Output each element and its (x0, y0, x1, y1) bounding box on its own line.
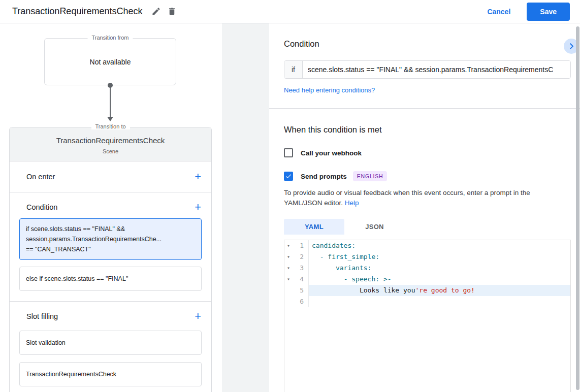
condition-card-line: == "CAN_TRANSACT" (26, 244, 195, 254)
scene-name: TransactionRequirementsCheck (16, 136, 205, 145)
prompt-description: To provide audio or visual feedback when… (284, 188, 569, 209)
condition-card-line: if scene.slots.status == "FINAL" && (26, 224, 195, 234)
condition-expression-field: if (284, 60, 571, 79)
transition-from-value: Not available (90, 58, 131, 66)
fold-arrow-icon[interactable]: ▾ (284, 240, 293, 251)
tab-json[interactable]: JSON (344, 219, 405, 235)
transition-from-box[interactable]: Transition from Not available (44, 38, 176, 85)
editor-line[interactable]: 6 (284, 296, 570, 307)
editor-line[interactable]: ▾1candidates: (284, 240, 570, 251)
line-number: 4 (293, 274, 309, 285)
add-icon[interactable]: + (195, 312, 201, 321)
code-token (312, 253, 320, 260)
fold-spacer (284, 285, 293, 296)
code-token (379, 275, 383, 283)
connector-line (110, 87, 111, 117)
add-icon[interactable]: + (195, 203, 201, 212)
editor-line[interactable]: ▾3 variants: (284, 263, 570, 274)
code-token: - first_simple: (320, 253, 379, 260)
send-prompts-row: Send prompts ENGLISH (284, 171, 571, 181)
condition-card-line: session.params.TransactionRequirementsCh… (26, 234, 195, 244)
send-prompts-label: Send prompts (301, 173, 347, 180)
pencil-icon (151, 7, 161, 16)
section-on-enter[interactable]: On enter + (10, 161, 211, 192)
yaml-code-editor[interactable]: ▾1candidates:▾2 - first_simple:▾3 varian… (284, 240, 571, 392)
transition-to-label: Transition to (91, 123, 130, 129)
transition-to-card: Transition to TransactionRequirementsChe… (9, 127, 212, 392)
help-link[interactable]: Help (345, 199, 359, 207)
on-enter-title: On enter (26, 173, 55, 181)
line-number: 1 (293, 240, 309, 251)
transition-from-label: Transition from (88, 35, 133, 41)
editor-format-tabs: YAMLJSON (284, 219, 571, 235)
slot-filling-section-title: Slot filling (26, 312, 58, 320)
fold-spacer (284, 296, 293, 307)
code-token: 're good to go! (415, 286, 475, 294)
prompt-description-text: To provide audio or visual feedback when… (284, 189, 530, 207)
scrollbar-thumb[interactable] (576, 26, 579, 390)
code-token: - speech: (344, 275, 379, 283)
code-line: variants: (309, 263, 570, 274)
trash-icon (167, 7, 177, 16)
fold-arrow-icon[interactable]: ▾ (284, 251, 293, 263)
edit-title-button[interactable] (148, 4, 164, 19)
code-line: - first_simple: (309, 251, 570, 263)
panel-gutter (222, 23, 269, 392)
condition-card-list: if scene.slots.status == "FINAL" &&sessi… (10, 218, 211, 302)
main-content: Transition from Not available Transition… (0, 23, 580, 392)
code-line: Looks like you're good to go! (309, 285, 570, 296)
section-slot-filling-header[interactable]: Slot filling + (10, 302, 211, 328)
send-prompts-checkbox[interactable] (284, 172, 293, 181)
connector-arrowhead-icon (107, 117, 113, 121)
code-token: >- (383, 275, 392, 283)
language-badge: ENGLISH (353, 171, 388, 181)
code-token (312, 275, 344, 283)
slot-card[interactable]: TransactionRequirementsCheck (19, 362, 202, 386)
editor-line[interactable]: 5 Looks like you're good to go! (284, 285, 570, 296)
condition-card-line: else if scene.slots.status == "FINAL" (26, 274, 195, 284)
line-number: 5 (293, 285, 309, 296)
code-line: - speech: >- (309, 274, 570, 285)
if-prefix-label: if (284, 61, 303, 78)
scene-header: TransactionRequirementsCheck Scene (10, 127, 211, 161)
panel-divider (269, 108, 580, 109)
chevron-right-icon (567, 42, 576, 51)
section-condition-header[interactable]: Condition + (10, 192, 211, 218)
call-webhook-label: Call your webhook (301, 149, 362, 157)
editor-line[interactable]: ▾4 - speech: >- (284, 274, 570, 285)
fold-arrow-icon[interactable]: ▾ (284, 263, 293, 274)
slot-card[interactable]: Slot validation (19, 331, 202, 355)
top-bar: TransactionRequirementsCheck Cancel Save (0, 0, 580, 23)
delete-scene-button[interactable] (164, 4, 180, 19)
code-line (309, 296, 570, 307)
checkmark-icon (285, 173, 292, 180)
page-title: TransactionRequirementsCheck (12, 6, 142, 17)
editor-line[interactable]: ▾2 - first_simple: (284, 251, 570, 263)
condition-expression-input[interactable] (303, 61, 570, 78)
condition-section-title: Condition (26, 203, 57, 211)
call-webhook-checkbox[interactable] (284, 148, 293, 157)
cancel-button[interactable]: Cancel (487, 8, 510, 16)
scene-diagram: Transition from Not available Transition… (0, 23, 222, 392)
code-line: candidates: (309, 240, 570, 251)
tab-yaml[interactable]: YAML (284, 219, 344, 235)
condition-card[interactable]: else if scene.slots.status == "FINAL" (19, 267, 202, 291)
scene-type: Scene (16, 148, 205, 154)
code-token: Looks like you (312, 286, 415, 294)
save-button[interactable]: Save (527, 3, 570, 21)
add-icon[interactable]: + (195, 172, 201, 181)
line-number: 2 (293, 251, 309, 263)
code-token: candidates: (312, 242, 356, 249)
line-number: 6 (293, 296, 309, 307)
condition-help-link[interactable]: Need help entering conditions? (284, 86, 375, 94)
webhook-row: Call your webhook (284, 148, 571, 157)
when-met-title: When this condition is met (284, 125, 571, 135)
condition-card[interactable]: if scene.slots.status == "FINAL" &&sessi… (19, 218, 202, 260)
code-token (312, 264, 336, 272)
code-token: variants: (336, 264, 371, 272)
panel-title: Condition (284, 23, 571, 49)
line-number: 3 (293, 263, 309, 274)
slot-card-list: Slot validationTransactionRequirementsCh… (10, 328, 211, 386)
fold-arrow-icon[interactable]: ▾ (284, 274, 293, 285)
vertical-scrollbar[interactable] (575, 23, 580, 392)
